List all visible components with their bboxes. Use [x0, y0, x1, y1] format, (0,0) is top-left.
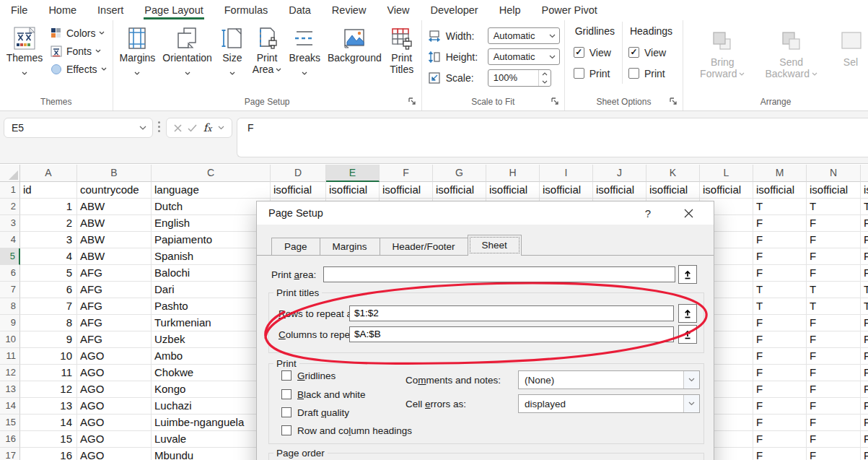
cell[interactable]: F [753, 315, 807, 331]
cell[interactable]: Kongo [152, 381, 271, 398]
cell[interactable]: F [807, 448, 861, 460]
cell[interactable]: isofficial [271, 182, 326, 199]
colors-button[interactable]: Colors [46, 24, 110, 42]
cell[interactable]: isofficial [593, 182, 646, 199]
rows-to-repeat-collapse-button[interactable] [678, 304, 697, 323]
cell[interactable]: F [753, 415, 807, 431]
column-header-H[interactable]: H [486, 165, 540, 182]
scale-stepper[interactable] [538, 70, 551, 86]
cell[interactable]: T [861, 298, 868, 315]
column-header-G[interactable]: G [433, 165, 486, 182]
orientation-button[interactable]: Orientation [159, 22, 215, 78]
cell[interactable]: F [753, 248, 807, 265]
ribbon-tab-power-pivot[interactable]: Power Pivot [540, 1, 597, 19]
cell[interactable]: AFG [77, 282, 152, 298]
chevron-down-icon[interactable] [218, 126, 224, 130]
size-button[interactable]: Size [216, 22, 249, 78]
close-button[interactable] [673, 201, 703, 225]
cell[interactable]: F [861, 431, 868, 448]
row-header-9[interactable]: 9 [0, 315, 20, 331]
row-header-17[interactable]: 17 [0, 448, 20, 460]
cell[interactable]: AGO [77, 348, 152, 365]
row-header-6[interactable]: 6 [0, 265, 20, 282]
row-header-13[interactable]: 13 [0, 381, 20, 398]
row-header-4[interactable]: 4 [0, 232, 20, 248]
cell[interactable]: 10 [20, 348, 77, 365]
column-header[interactable] [861, 165, 868, 182]
cell[interactable]: F [753, 365, 807, 381]
row-header-2[interactable]: 2 [0, 199, 20, 215]
width-select[interactable]: Automatic [488, 27, 560, 44]
cell[interactable]: F [807, 331, 861, 348]
dialog-tab-page[interactable]: Page [271, 238, 320, 255]
cell[interactable]: F [807, 431, 861, 448]
cell[interactable]: isofficial [753, 182, 807, 199]
cell[interactable]: Uzbek [152, 331, 271, 348]
cell[interactable]: 12 [20, 381, 77, 398]
cell[interactable]: T [861, 199, 868, 215]
cell[interactable]: Luvale [152, 431, 271, 448]
columns-to-repeat-collapse-button[interactable] [678, 325, 697, 344]
cell[interactable]: Spanish [152, 248, 271, 265]
ribbon-tab-home[interactable]: Home [48, 1, 77, 19]
cell[interactable]: F [861, 331, 868, 348]
cell[interactable]: F [753, 331, 807, 348]
cell[interactable]: 3 [20, 232, 77, 248]
cell[interactable]: F [807, 232, 861, 248]
fonts-button[interactable]: Fonts [46, 42, 110, 60]
help-button[interactable]: ? [637, 201, 659, 225]
cell[interactable]: F [753, 215, 807, 232]
cell[interactable]: F [753, 348, 807, 365]
cell[interactable]: 9 [20, 331, 77, 348]
themes-button[interactable]: Themes [3, 22, 46, 78]
cell[interactable]: AFG [77, 331, 152, 348]
cell[interactable]: 7 [20, 298, 77, 315]
row-header-5[interactable]: 5 [0, 248, 20, 265]
cell[interactable]: F [861, 315, 868, 331]
cell[interactable]: F [753, 398, 807, 415]
cell[interactable]: Balochi [152, 265, 271, 282]
selection-pane-button[interactable]: Sel [834, 26, 867, 68]
row-header-12[interactable]: 12 [0, 365, 20, 381]
cell[interactable]: 15 [20, 431, 77, 448]
cell[interactable]: F [861, 265, 868, 282]
columns-to-repeat-input[interactable]: $A:$B [349, 326, 674, 342]
bring-forward-button[interactable]: Bring Forward [696, 26, 748, 79]
cell[interactable]: F [807, 315, 861, 331]
cell[interactable]: F [753, 381, 807, 398]
breaks-button[interactable]: Breaks [285, 22, 324, 78]
print-area-button[interactable]: Print Area [249, 22, 286, 75]
cell[interactable]: AGO [77, 448, 152, 460]
print-titles-button[interactable]: Print Titles [385, 22, 418, 75]
column-header-F[interactable]: F [380, 165, 433, 182]
cell[interactable]: Pashto [152, 298, 271, 315]
column-header-J[interactable]: J [593, 165, 646, 182]
cell[interactable]: Papiamento [152, 232, 271, 248]
cell[interactable]: Luchazi [152, 398, 271, 415]
cell[interactable]: F [807, 248, 861, 265]
ribbon-tab-file[interactable]: File [10, 1, 28, 19]
cell[interactable]: Mbundu [152, 448, 271, 460]
formula-input[interactable]: F [237, 118, 868, 157]
column-header-K[interactable]: K [646, 165, 700, 182]
cell[interactable]: 2 [20, 215, 77, 232]
ribbon-tab-formulas[interactable]: Formulas [224, 1, 268, 19]
cell[interactable]: AGO [77, 365, 152, 381]
cell[interactable]: T [807, 298, 861, 315]
cell[interactable]: 14 [20, 415, 77, 431]
column-header-M[interactable]: M [753, 165, 807, 182]
checkbox-icon[interactable] [574, 68, 584, 79]
ribbon-tab-data[interactable]: Data [288, 1, 312, 19]
ribbon-tab-review[interactable]: Review [331, 1, 367, 19]
cell[interactable]: countrycode [77, 182, 152, 199]
cell[interactable]: id [20, 182, 77, 199]
cell[interactable]: ABW [77, 215, 152, 232]
cell[interactable]: F [807, 381, 861, 398]
column-header-B[interactable]: B [77, 165, 152, 182]
insert-function-icon[interactable]: fx [203, 121, 212, 134]
column-header-A[interactable]: A [20, 165, 77, 182]
checkbox-icon[interactable] [628, 68, 639, 79]
cell[interactable]: F [753, 431, 807, 448]
cell[interactable]: language [152, 182, 271, 199]
dialog-tab-margins[interactable]: Margins [320, 238, 380, 255]
